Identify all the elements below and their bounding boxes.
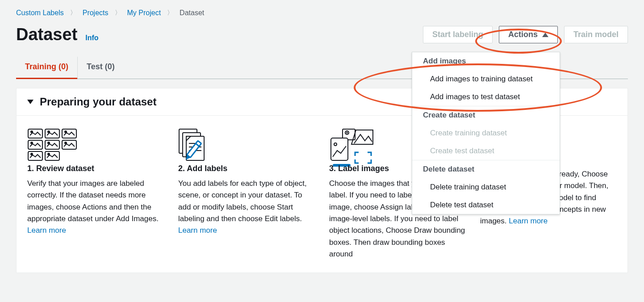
- breadcrumb-link[interactable]: My Project: [127, 9, 161, 17]
- step-title: 2. Add labels: [178, 164, 315, 173]
- step-review-dataset: 1. Review dataset Verify that your image…: [27, 128, 164, 260]
- tab-training[interactable]: Training (0): [16, 57, 77, 79]
- actions-button[interactable]: Actions: [499, 26, 558, 43]
- info-link[interactable]: Info: [85, 34, 98, 42]
- svg-rect-10: [62, 140, 76, 149]
- train-model-button[interactable]: Train model: [564, 26, 628, 43]
- svg-point-9: [48, 142, 50, 144]
- svg-rect-2: [45, 129, 59, 138]
- svg-point-13: [31, 153, 33, 155]
- learn-more-link[interactable]: Learn more: [178, 226, 217, 235]
- chevron-right-icon: 〉: [115, 9, 121, 17]
- dropdown-item-create-training: Create training dataset: [412, 124, 560, 142]
- step-add-labels: 2. Add labels You add labels for each ty…: [178, 128, 315, 260]
- dropdown-section-header: Delete dataset: [412, 160, 560, 178]
- svg-rect-8: [45, 140, 59, 149]
- actions-label: Actions: [508, 30, 538, 39]
- learn-more-link[interactable]: Learn more: [509, 217, 548, 225]
- svg-rect-14: [45, 151, 59, 160]
- breadcrumb-link[interactable]: Custom Labels: [16, 9, 64, 17]
- caret-down-icon: [27, 100, 33, 104]
- learn-more-link[interactable]: Learn more: [27, 226, 66, 235]
- svg-rect-4: [62, 129, 76, 138]
- svg-point-15: [48, 153, 50, 155]
- actions-dropdown: Add images Add images to training datase…: [412, 52, 560, 214]
- svg-point-3: [48, 131, 50, 133]
- step-body: Verify that your images are labeled corr…: [27, 178, 164, 237]
- step-title: 1. Review dataset: [27, 164, 164, 173]
- caret-up-icon: [542, 33, 548, 37]
- start-labeling-button[interactable]: Start labeling: [423, 26, 493, 43]
- chevron-right-icon: 〉: [167, 9, 173, 17]
- images-grid-icon: [27, 128, 164, 164]
- svg-rect-12: [28, 151, 42, 160]
- dropdown-section-header: Add images: [412, 52, 560, 70]
- dropdown-item-create-test: Create test dataset: [412, 142, 560, 160]
- svg-point-11: [65, 142, 67, 144]
- tab-test[interactable]: Test (0): [77, 57, 124, 79]
- dropdown-item-add-training[interactable]: Add images to training dataset: [412, 70, 560, 88]
- svg-rect-0: [28, 129, 42, 138]
- breadcrumb: Custom Labels 〉 Projects 〉 My Project 〉 …: [16, 9, 628, 17]
- svg-point-5: [65, 131, 67, 133]
- chevron-right-icon: 〉: [70, 9, 76, 17]
- panel-title: Preparing your dataset: [40, 96, 156, 108]
- breadcrumb-current: Dataset: [180, 9, 204, 17]
- page-title: Dataset: [16, 25, 77, 44]
- svg-point-7: [31, 142, 33, 144]
- dropdown-section-header: Create dataset: [412, 106, 560, 124]
- dropdown-item-delete-test[interactable]: Delete test dataset: [412, 196, 560, 214]
- step-body: You add labels for each type of object, …: [178, 178, 315, 237]
- labels-pencil-icon: [178, 128, 315, 164]
- dropdown-item-add-test[interactable]: Add images to test dataset: [412, 88, 560, 106]
- dropdown-item-delete-training[interactable]: Delete training dataset: [412, 178, 560, 196]
- svg-rect-6: [28, 140, 42, 149]
- svg-point-1: [31, 131, 33, 133]
- svg-rect-26: [331, 138, 348, 160]
- breadcrumb-link[interactable]: Projects: [83, 9, 109, 17]
